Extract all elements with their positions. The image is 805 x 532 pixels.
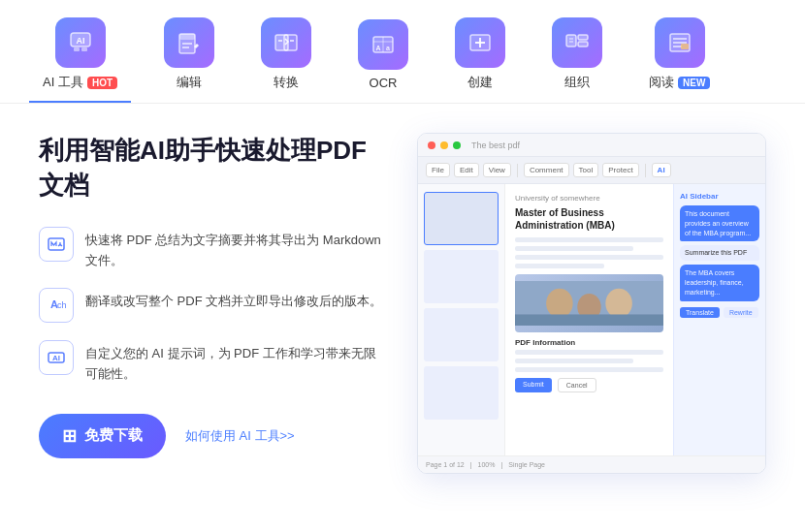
doc-line [515,264,604,268]
tab-read[interactable]: 阅读 NEW [635,10,724,103]
toolbar-view: View [483,163,511,177]
tab-convert[interactable]: 转换 [247,10,325,103]
thumbnail-1 [424,192,499,245]
status-zoom: 100% [478,461,496,468]
tab-edit-label: 编辑 [177,74,202,91]
feature-icon-markdown [39,227,74,262]
svg-text:ch: ch [57,300,66,310]
download-button[interactable]: ⊞ 免费下载 [39,414,166,458]
nav-tabs: AI AI 工具 HOT 编辑 [0,0,805,104]
svg-text:AI: AI [76,36,84,46]
hero-title: 利用智能AI助手快速处理PDF文档 [39,133,388,203]
ai-user-bubble: Summarize this PDF [680,245,759,261]
feature-text-3: 自定义您的 AI 提示词，为 PDF 工作和学习带来无限可能性。 [85,340,388,385]
svg-rect-4 [81,47,87,51]
svg-point-38 [546,289,573,319]
status-sep: | [470,461,472,468]
feature-text-1: 快速将 PDF 总结为文字摘要并将其导出为 Markdown 文件。 [85,227,388,271]
doc-title: Master of Business Administration (MBA) [515,206,663,232]
feature-icon-translate: A ch [39,288,74,323]
download-label: 免费下载 [84,426,143,445]
doc-institution: University of somewhere [515,194,663,203]
preview-toolbar: File Edit View Comment Tool Protect AI [418,157,765,184]
status-mode: Single Page [508,461,545,468]
ocr-icon: A a [358,19,408,70]
preview-body: University of somewhere Master of Busine… [418,184,765,455]
read-icon [655,17,705,68]
preview-titlebar: The best pdf [418,134,765,157]
feature-item-3: AI 自定义您的 AI 提示词，为 PDF 工作和学习带来无限可能性。 [39,340,388,385]
svg-rect-22 [578,35,588,40]
preview-ai-sidebar: AI Sidebar This document provides an ove… [673,184,765,455]
svg-rect-6 [179,34,195,40]
tab-read-label: 阅读 NEW [649,74,710,91]
ai-btn-rewrite: Rewrite [724,307,758,318]
create-icon [455,17,505,68]
svg-rect-41 [515,314,663,325]
tab-create-label: 创建 [467,74,493,91]
titlebar-text: The best pdf [471,141,520,150]
doc-line [515,237,663,242]
edit-icon [164,17,214,68]
titlebar-close [428,141,435,149]
tab-organize-label: 组织 [564,74,590,91]
thumbnail-2 [424,250,499,303]
feature-item-1: 快速将 PDF 总结为文字摘要并将其导出为 Markdown 文件。 [39,227,388,271]
thumbnail-4 [424,366,499,420]
convert-icon [261,17,311,68]
feature-list: 快速将 PDF 总结为文字摘要并将其导出为 Markdown 文件。 A ch … [39,227,388,385]
svg-rect-30 [681,44,689,49]
doc-line [515,246,633,251]
tab-edit[interactable]: 编辑 [150,10,228,103]
tab-ocr[interactable]: A a OCR [344,12,422,102]
titlebar-minimize [440,141,448,149]
doc-buttons: Submit Cancel [515,378,663,392]
new-badge: NEW [678,77,710,89]
ai-response-bubble: This document provides an overview of th… [680,205,759,241]
toolbar-sep2 [645,164,646,177]
doc-line [515,255,663,260]
doc-line [515,350,663,355]
svg-point-40 [605,289,632,319]
toolbar-protect: Protect [602,163,638,177]
howto-link[interactable]: 如何使用 AI 工具>> [185,427,295,445]
preview-doc-area: University of somewhere Master of Busine… [505,184,673,455]
svg-rect-3 [74,47,80,51]
toolbar-tool: Tool [573,163,599,177]
preview-sidebar-thumbnails [418,184,505,455]
svg-text:AI: AI [52,354,60,362]
organize-icon [552,17,602,68]
doc-line [515,367,663,372]
titlebar-maximize [453,141,461,149]
toolbar-sep [517,164,518,177]
feature-item-2: A ch 翻译或改写整个 PDF 文档并立即导出修改后的版本。 [39,288,388,323]
feature-icon-ai: AI [39,340,74,375]
svg-rect-23 [578,42,588,47]
hero-left: 利用智能AI助手快速处理PDF文档 快速将 PDF 总结为文字摘要并将其导出为 … [39,133,388,458]
ai-sidebar-label: AI Sidebar [680,192,759,201]
ai-tools-icon: AI [55,17,106,68]
doc-image [515,274,663,332]
tab-create[interactable]: 创建 [441,10,519,103]
button-row: ⊞ 免费下载 如何使用 AI 工具>> [39,414,388,458]
preview-statusbar: Page 1 of 12 | 100% | Single Page [418,455,765,473]
svg-rect-21 [566,35,576,47]
doc-line [515,359,633,363]
status-page: Page 1 of 12 [426,461,465,468]
svg-text:A: A [375,45,380,51]
tab-organize[interactable]: 组织 [538,10,616,103]
toolbar-edit: Edit [454,163,479,177]
toolbar-ai: AI [652,163,671,177]
svg-text:a: a [386,45,390,51]
tab-ai-tools-label: AI 工具 HOT [43,74,117,91]
toolbar-file: File [426,163,450,177]
ai-action-buttons: Translate Rewrite [680,307,759,318]
doc-btn-submit: Submit [515,378,552,392]
tab-convert-label: 转换 [274,74,299,91]
tab-ai-tools[interactable]: AI AI 工具 HOT [29,10,131,103]
doc-btn-cancel: Cancel [558,378,596,392]
toolbar-comment: Comment [524,163,569,177]
doc-section: PDF Information [515,338,663,347]
hero-preview: The best pdf File Edit View Comment Tool… [417,133,766,474]
tab-ocr-label: OCR [370,76,398,90]
